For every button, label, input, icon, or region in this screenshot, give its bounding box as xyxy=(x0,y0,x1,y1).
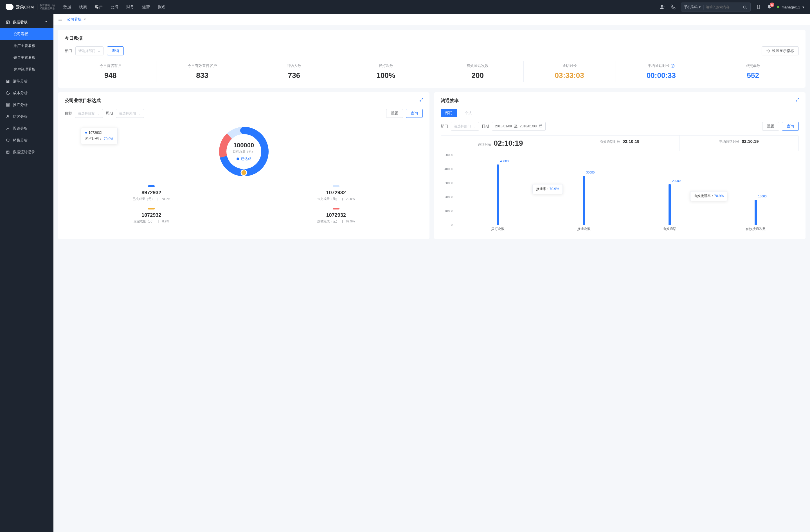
kpi-0: 今日首咨客户948 xyxy=(65,61,156,82)
sidebar-item-5[interactable]: 销售分析 xyxy=(0,134,53,146)
duration-item-0: 通话时长02:10:19 xyxy=(441,135,560,151)
target-select[interactable]: 请选择目标 ⌄ xyxy=(75,109,103,118)
chevron-down-icon: ⌄ xyxy=(473,124,476,128)
kpi-value: 552 xyxy=(707,71,799,80)
period-label: 周期 xyxy=(106,111,113,116)
bar[interactable]: 18000 xyxy=(755,200,757,225)
sidebar-item-1[interactable]: 成本分析 xyxy=(0,87,53,99)
dept-label: 部门 xyxy=(65,48,72,53)
sidebar-icon xyxy=(6,79,10,83)
header-right: 手机号码 ▾ 5 manager11 ▾ xyxy=(660,2,804,12)
expand-icon[interactable] xyxy=(795,98,799,103)
goal-card: 公司业绩目标达成 目标 请选择目标 ⌄ 周期 请选择周期 ⌄ 重 xyxy=(58,92,430,239)
reset-button[interactable]: 重置 xyxy=(386,109,403,118)
donut-center: 100000 目标总量（元） 已达成 xyxy=(233,142,255,161)
bar[interactable]: 43000 xyxy=(497,165,499,225)
query-button[interactable]: 查询 xyxy=(782,122,799,131)
sidebar-icon xyxy=(6,115,10,119)
date-range-input[interactable]: 2018/01/08 至 2018/01/08 xyxy=(492,122,546,131)
sidebar-item-3[interactable]: 访客分析 xyxy=(0,111,53,122)
notification-badge: 5 xyxy=(770,2,774,7)
kpi-label: 平均通话时长? xyxy=(615,63,707,68)
kpi-value: 200 xyxy=(432,71,523,80)
bell-icon[interactable]: 5 xyxy=(766,4,772,10)
nav-item-1[interactable]: 线索 xyxy=(79,4,87,10)
seg-dept-button[interactable]: 部门 xyxy=(441,109,457,117)
sidebar-icon xyxy=(6,127,10,131)
hamburger-icon[interactable] xyxy=(58,17,62,22)
bar-group-2: 29000 xyxy=(627,155,713,225)
gear-icon xyxy=(766,49,770,53)
sidebar-icon xyxy=(6,91,10,95)
logo-cloud-icon xyxy=(6,4,14,10)
kpi-5: 通话时长03:33:03 xyxy=(524,61,615,82)
nav-item-6[interactable]: 报名 xyxy=(158,4,166,10)
help-icon[interactable]: ? xyxy=(671,64,675,68)
nav-item-4[interactable]: 财务 xyxy=(126,4,134,10)
sidebar-child-0[interactable]: 公司看板 xyxy=(0,28,53,40)
svg-point-3 xyxy=(759,8,759,8)
today-data-card: 今日数据 部门 请选择部门 ⌄ 查询 设置显示指标 xyxy=(58,30,806,88)
search-input[interactable] xyxy=(706,5,740,9)
user-menu[interactable]: manager11 ▾ xyxy=(777,5,804,9)
duration-item-2: 平均通话时长02:10:19 xyxy=(680,135,798,151)
user-name: manager11 xyxy=(782,5,800,9)
kpi-value: 833 xyxy=(156,71,248,80)
kpi-label: 今日首咨客户 xyxy=(65,63,156,68)
svg-point-1 xyxy=(743,6,746,8)
mobile-icon[interactable] xyxy=(756,4,761,10)
close-icon[interactable]: × xyxy=(84,17,86,21)
nav-item-2[interactable]: 客户 xyxy=(95,4,103,10)
sidebar-item-2[interactable]: 推广分析 xyxy=(0,99,53,111)
target-label: 目标 xyxy=(65,111,72,116)
search-type-select[interactable]: 手机号码 ▾ xyxy=(684,5,704,10)
query-button[interactable]: 查询 xyxy=(107,46,124,55)
add-user-icon[interactable] xyxy=(660,4,665,10)
svg-point-0 xyxy=(661,5,663,7)
kpi-label: 通话时长 xyxy=(524,63,615,68)
nav-item-0[interactable]: 数据 xyxy=(63,4,71,10)
period-select[interactable]: 请选择周期 ⌄ xyxy=(116,109,144,118)
reset-button[interactable]: 重置 xyxy=(762,122,779,131)
thumbs-up-icon xyxy=(237,157,240,161)
kpi-label: 拨打次数 xyxy=(340,63,432,68)
donut-chart: 100000 目标总量（元） 已达成 1072932 xyxy=(65,123,423,180)
sidebar-item-0[interactable]: 漏斗分析 xyxy=(0,76,53,87)
settings-indicators-button[interactable]: 设置显示指标 xyxy=(762,46,799,55)
donut-tooltip: 1072932 所占比例： 70.9% xyxy=(81,128,117,144)
comm-dept-select[interactable]: 请选择部门 ⌄ xyxy=(451,122,479,131)
sidebar-item-6[interactable]: 数据流转记录 xyxy=(0,146,53,158)
tab-company-dashboard[interactable]: 公司看板 × xyxy=(67,14,86,25)
kpi-value: 948 xyxy=(65,71,156,80)
sidebar-child-1[interactable]: 推广主管看板 xyxy=(0,40,53,52)
logo[interactable]: 云朵CRM 教育机构一站 式服务云平台 xyxy=(6,4,55,10)
sidebar-child-2[interactable]: 销售主管看板 xyxy=(0,52,53,64)
bar[interactable]: 29000 xyxy=(668,184,671,225)
bar[interactable]: 35000 xyxy=(583,176,585,225)
nav-item-5[interactable]: 运营 xyxy=(142,4,150,10)
x-axis-label: 拨打次数 xyxy=(455,227,541,233)
chevron-up-icon: ⌃ xyxy=(45,20,48,24)
kpi-label: 有效通话次数 xyxy=(432,63,523,68)
sidebar-parent-dashboard[interactable]: 数据看板 ⌃ xyxy=(0,16,53,28)
bar-group-0: 43000 xyxy=(455,155,541,225)
comm-title: 沟通效率 xyxy=(441,98,799,104)
x-axis-label: 接通次数 xyxy=(541,227,627,233)
tabs-bar: 公司看板 × xyxy=(53,14,810,25)
legend-item-1: 1072932未完成量（元） | 20.9% xyxy=(249,185,423,201)
search-icon[interactable] xyxy=(742,4,748,10)
sidebar-item-4[interactable]: 渠道分析 xyxy=(0,122,53,134)
phone-icon[interactable] xyxy=(670,4,676,10)
bar-tooltip: 接通率：70.9% xyxy=(532,184,563,194)
duration-item-1: 有效通话时长02:10:19 xyxy=(560,135,680,151)
nav-item-3[interactable]: 公海 xyxy=(111,4,118,10)
app-header: 云朵CRM 教育机构一站 式服务云平台 数据线索客户公海财务运营报名 手机号码 … xyxy=(0,0,810,14)
sidebar-child-3[interactable]: 客户经理看板 xyxy=(0,64,53,76)
dept-select[interactable]: 请选择部门 ⌄ xyxy=(75,46,103,55)
expand-icon[interactable] xyxy=(419,98,423,103)
seg-person-button[interactable]: 个人 xyxy=(460,109,477,117)
bar-chart: 01000020000300004000050000 4300035000接通率… xyxy=(441,155,799,233)
kpi-3: 拨打次数100% xyxy=(340,61,432,82)
legend-item-3: 1072932超额完成（元） | 89.9% xyxy=(249,208,423,223)
query-button[interactable]: 查询 xyxy=(406,109,423,118)
